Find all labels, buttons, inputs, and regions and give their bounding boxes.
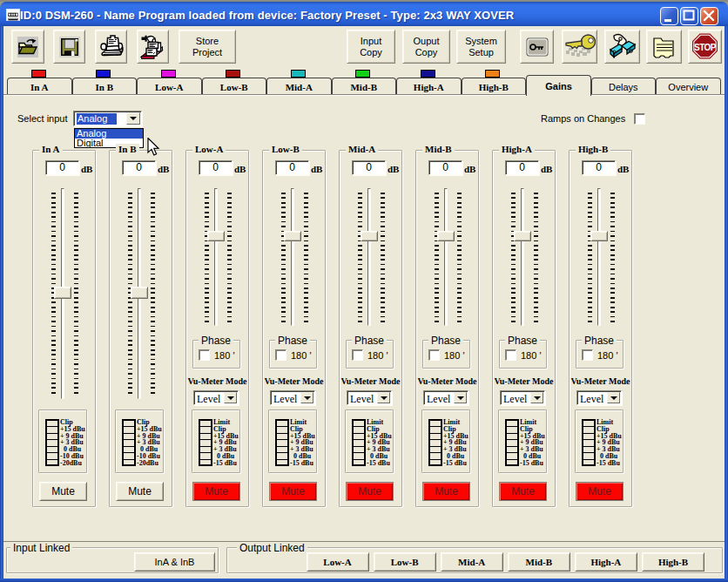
svg-text:STOP: STOP (694, 43, 717, 52)
